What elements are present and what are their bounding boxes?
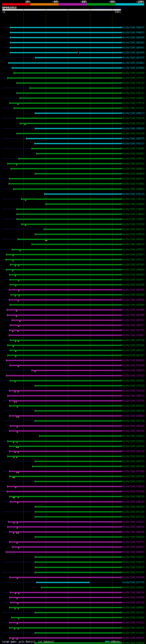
hit-label[interactable]: UniRef100_C7FF10 (123, 102, 145, 104)
hit-bar[interactable] (10, 32, 121, 33)
hit-bar[interactable] (10, 325, 121, 326)
hit-label[interactable]: UniRef100_A9RJ57 (123, 349, 145, 352)
hit-bar[interactable] (9, 102, 121, 104)
hit-bar[interactable] (7, 355, 121, 356)
hit-bar[interactable] (7, 395, 121, 396)
hit-label[interactable]: UniRef100_A4SA22 (123, 238, 145, 240)
hit-bar[interactable] (11, 168, 121, 169)
hit-label[interactable]: UniRef100_Q3LFQ4 (123, 455, 145, 458)
hit-bar[interactable] (6, 360, 121, 361)
hit-bar[interactable] (35, 385, 121, 386)
hit-bar[interactable] (39, 436, 121, 436)
hit-label[interactable]: UniRef100_Q39746 (123, 476, 145, 478)
hit-label[interactable]: UniRef100_A9T3X7 (123, 354, 145, 356)
hit-label[interactable]: UniRef100_B9S5G3 (123, 405, 145, 407)
hit-label[interactable]: UniRef100_Q43832 (123, 440, 145, 442)
hit-bar[interactable] (7, 163, 121, 164)
hit-label[interactable]: UniRef100_Q08185 (123, 425, 145, 427)
hit-label[interactable]: UniRef100_Q9STC5 (123, 178, 145, 180)
hit-label[interactable]: UniRef100_A9TKI7 (123, 248, 145, 251)
hit-bar[interactable] (9, 542, 121, 542)
hit-label[interactable]: UniRef100_A8JGP5 (123, 57, 145, 59)
hit-label[interactable]: UniRef100_A9T9D5 (123, 264, 145, 266)
hit-bar[interactable] (10, 592, 121, 593)
hit-label[interactable]: UniRef100_Q84NG5 (123, 606, 145, 609)
hit-label[interactable]: UniRef100_Q9ZP07 (123, 546, 145, 548)
hit-label[interactable]: UniRef100_Q84U90 (123, 36, 145, 39)
hit-bar[interactable] (9, 607, 121, 608)
hit-label[interactable]: UniRef100_P08706 (123, 410, 145, 412)
hit-label[interactable]: UniRef100_Q00SG3 (123, 370, 145, 372)
hit-bar[interactable] (35, 567, 121, 568)
hit-bar[interactable] (6, 254, 121, 255)
hit-bar[interactable] (17, 208, 121, 210)
hit-label[interactable]: UniRef100_P69250 (123, 642, 145, 644)
hit-bar[interactable] (32, 466, 121, 467)
hit-bar[interactable] (9, 627, 121, 628)
hit-label[interactable]: UniRef100_A9TWX2 (123, 380, 145, 382)
hit-bar[interactable] (35, 173, 121, 174)
hit-bar[interactable] (10, 380, 121, 381)
hit-label[interactable]: UniRef100_P10795 (123, 400, 145, 402)
hit-bar[interactable] (9, 365, 121, 366)
hit-bar[interactable] (10, 27, 121, 28)
hit-label[interactable]: UniRef100_A9TCL7 (123, 258, 145, 261)
hit-label[interactable]: UniRef100_Q30CC3 (123, 112, 145, 114)
hit-bar[interactable] (21, 224, 121, 225)
hit-label[interactable]: UniRef100_Q08183 (123, 501, 145, 503)
hit-bar[interactable] (10, 264, 121, 265)
hit-label[interactable]: UniRef100_C6T529 (123, 385, 145, 387)
hit-bar[interactable] (7, 456, 121, 457)
hit-bar[interactable] (10, 42, 121, 43)
hit-label[interactable]: UniRef100_A9RG04 (123, 269, 145, 271)
hit-label[interactable]: UniRef100_P16134 (123, 117, 145, 120)
hit-label[interactable]: UniRef100_Q84NG4 (123, 415, 145, 417)
hit-bar[interactable] (10, 279, 121, 280)
hit-bar[interactable] (46, 204, 121, 205)
hit-label[interactable]: UniRef100_P26577 (123, 556, 145, 558)
hit-label[interactable]: UniRef100_Q08184 (123, 592, 145, 594)
hit-bar[interactable] (9, 405, 121, 406)
hit-bar[interactable] (9, 451, 121, 452)
hit-label[interactable]: UniRef100_Q84U91 (123, 46, 145, 49)
hit-label[interactable]: UniRef100_P16133 (123, 82, 145, 84)
hit-label[interactable]: UniRef100_A8JGP8 (123, 52, 145, 54)
hit-bar[interactable] (9, 335, 121, 336)
hit-label[interactable]: UniRef100_P05349 (123, 506, 145, 508)
hit-label[interactable]: UniRef100_B6RHQ4 (123, 551, 145, 553)
hit-label[interactable]: UniRef100_P19308 (123, 596, 145, 599)
hit-label[interactable]: UniRef100_Q5XR40 (123, 72, 145, 74)
hit-label[interactable]: UniRef100_P32764 (123, 571, 145, 574)
hit-bar[interactable] (9, 390, 121, 391)
hit-label[interactable]: UniRef100_Q68BL0 (123, 168, 145, 170)
hit-bar[interactable] (32, 148, 121, 149)
hit-label[interactable]: UniRef100_P00873 (123, 32, 145, 34)
hit-label[interactable]: UniRef100_P18960 (123, 616, 145, 619)
hit-label[interactable]: UniRef100_O20253 (123, 521, 145, 523)
hit-bar[interactable] (9, 415, 121, 416)
hit-bar[interactable] (9, 496, 121, 497)
hit-bar[interactable] (9, 577, 121, 578)
hit-bar[interactable] (7, 314, 121, 316)
hit-bar[interactable] (7, 345, 121, 346)
hit-label[interactable]: UniRef100_A9S8M6 (123, 314, 145, 316)
hit-bar[interactable] (9, 622, 121, 623)
hit-bar[interactable] (14, 72, 121, 74)
hit-label[interactable]: UniRef100_A4SA21 (123, 586, 145, 589)
hit-bar[interactable] (35, 536, 121, 538)
hit-label[interactable]: UniRef100_P26574 (123, 480, 145, 483)
hit-bar[interactable] (36, 153, 121, 154)
hit-bar[interactable] (10, 37, 121, 38)
hit-label[interactable]: UniRef100_A9SCN2 (123, 294, 145, 296)
hit-bar[interactable] (35, 572, 121, 573)
hit-bar[interactable] (12, 546, 121, 548)
hit-label[interactable]: UniRef100_Q5VBK0 (123, 67, 145, 69)
hit-bar[interactable] (8, 521, 121, 522)
hit-bar[interactable] (7, 486, 121, 487)
hit-bar[interactable] (17, 92, 121, 94)
hit-bar[interactable] (36, 582, 89, 583)
hit-label[interactable]: UniRef100_A7Y7F5 (123, 582, 145, 584)
hit-bar[interactable] (11, 617, 121, 618)
hit-bar[interactable] (9, 471, 121, 472)
hit-bar[interactable] (20, 123, 121, 124)
